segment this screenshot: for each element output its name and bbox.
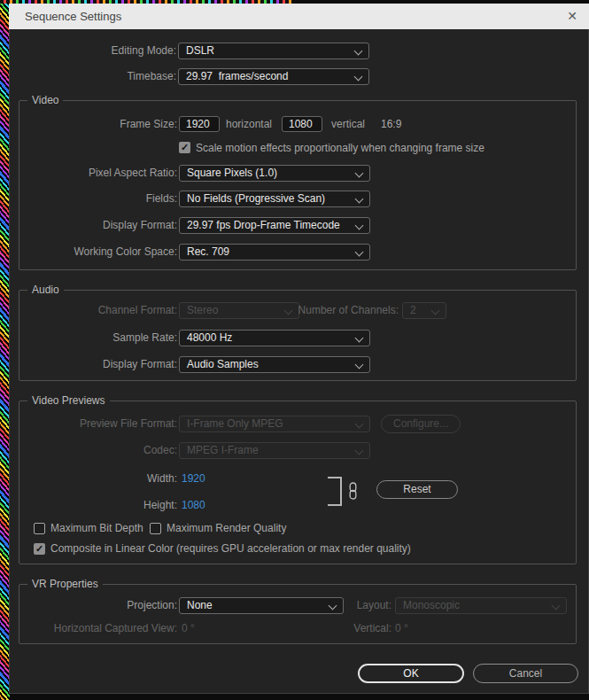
- maximum-render-quality-label: Maximum Render Quality: [167, 520, 286, 536]
- video-previews-section-label: Video Previews: [27, 394, 110, 408]
- reset-button[interactable]: Reset: [376, 480, 458, 499]
- preview-width-label: Width:: [19, 471, 177, 486]
- check-icon: ✓: [179, 142, 190, 153]
- frame-size-label: Frame Size:: [19, 116, 177, 132]
- horizontal-unit-label: horizontal: [226, 116, 272, 132]
- check-icon: ✓: [34, 543, 45, 555]
- scale-motion-checkbox[interactable]: ✓: [179, 142, 190, 153]
- fields-value: No Fields (Progressive Scan): [187, 192, 325, 206]
- chevron-down-icon: [355, 195, 364, 204]
- layout-select: Monoscopic: [395, 597, 567, 614]
- preview-height-label: Height:: [19, 497, 177, 513]
- chevron-down-icon: [354, 47, 363, 56]
- number-of-channels-label: Number of Channels:: [285, 302, 399, 318]
- horizontal-captured-view-value: 0 °: [182, 620, 195, 636]
- chevron-down-icon: [355, 248, 364, 257]
- chevron-down-icon: [355, 222, 364, 230]
- audio-group: Audio Channel Format: Stereo Number of C…: [19, 290, 577, 381]
- editing-mode-label: Editing Mode:: [10, 43, 176, 58]
- vertical-label: Vertical:: [312, 620, 391, 636]
- frame-width-input[interactable]: 1920: [179, 116, 220, 132]
- maximum-render-quality-checkbox[interactable]: [150, 523, 161, 534]
- link-bracket: [328, 477, 342, 506]
- horizontal-captured-view-label: Horizontal Captured View:: [19, 620, 177, 636]
- preview-file-format-value: I-Frame Only MPEG: [187, 417, 283, 431]
- codec-value: MPEG I-Frame: [187, 444, 259, 457]
- maximum-bit-depth-label: Maximum Bit Depth: [50, 520, 143, 536]
- fields-label: Fields:: [19, 191, 177, 206]
- chevron-down-icon: [431, 307, 440, 315]
- working-color-space-select[interactable]: Rec. 709: [179, 244, 370, 261]
- chevron-down-icon: [355, 334, 364, 343]
- ok-button[interactable]: OK: [358, 664, 464, 683]
- video-display-format-select[interactable]: 29.97 fps Drop-Frame Timecode: [179, 217, 370, 234]
- chevron-down-icon: [355, 420, 364, 429]
- chevron-down-icon: [552, 602, 561, 611]
- vr-properties-group: VR Properties Projection: None Layout: M…: [19, 584, 577, 644]
- video-previews-group: Video Previews Preview File Format: I-Fr…: [19, 401, 577, 564]
- preview-width-value[interactable]: 1920: [182, 471, 205, 486]
- preview-file-format-label: Preview File Format:: [19, 416, 177, 432]
- maximum-bit-depth-checkbox[interactable]: [34, 523, 45, 534]
- projection-label: Projection:: [19, 597, 177, 613]
- sample-rate-value: 48000 Hz: [187, 331, 232, 345]
- frame-height-input[interactable]: 1080: [282, 116, 322, 132]
- sample-rate-label: Sample Rate:: [19, 330, 177, 346]
- codec-select: MPEG I-Frame: [179, 442, 370, 459]
- link-icon[interactable]: [348, 482, 358, 503]
- dialog-titlebar[interactable]: Sequence Settings ✕: [9, 4, 589, 29]
- vr-properties-section-label: VR Properties: [27, 578, 103, 591]
- dialog-body: Editing Mode: DSLR Timebase: 29.97 frame…: [9, 29, 589, 694]
- chevron-down-icon: [355, 447, 364, 455]
- fields-select[interactable]: No Fields (Progressive Scan): [179, 191, 370, 207]
- configure-button: Configure...: [381, 415, 461, 433]
- editing-mode-value: DSLR: [186, 44, 214, 58]
- number-of-channels-select: 2: [402, 302, 446, 319]
- cancel-button[interactable]: Cancel: [473, 664, 578, 683]
- aspect-ratio-value: 16:9: [381, 116, 401, 132]
- projection-value: None: [187, 599, 213, 612]
- video-display-format-label: Display Format:: [19, 217, 177, 233]
- timebase-select[interactable]: 29.97 frames/second: [178, 68, 369, 85]
- layout-value: Monoscopic: [403, 599, 460, 612]
- codec-label: Codec:: [19, 442, 177, 458]
- composite-linear-label: Composite in Linear Color (requires GPU …: [50, 541, 411, 556]
- working-color-space-label: Working Color Space:: [19, 244, 177, 260]
- sequence-settings-dialog: Sequence Settings ✕ Editing Mode: DSLR T…: [9, 4, 589, 694]
- dialog-title: Sequence Settings: [25, 4, 121, 29]
- audio-display-format-value: Audio Samples: [187, 358, 259, 371]
- chevron-down-icon: [355, 361, 364, 369]
- vertical-value: 0 °: [395, 620, 408, 636]
- preview-height-value[interactable]: 1080: [182, 497, 205, 513]
- video-display-format-value: 29.97 fps Drop-Frame Timecode: [187, 219, 340, 232]
- video-group: Video Frame Size: 1920 horizontal 1080 v…: [19, 100, 577, 270]
- pixel-aspect-ratio-label: Pixel Aspect Ratio:: [19, 165, 177, 181]
- channel-format-label: Channel Format:: [19, 302, 177, 318]
- preview-file-format-select: I-Frame Only MPEG: [179, 416, 370, 432]
- video-section-label: Video: [27, 94, 63, 107]
- sample-rate-select[interactable]: 48000 Hz: [179, 330, 370, 346]
- channel-format-value: Stereo: [187, 304, 218, 317]
- audio-section-label: Audio: [27, 284, 64, 297]
- scale-motion-label: Scale motion effects proportionally when…: [196, 140, 484, 156]
- audio-display-format-label: Display Format:: [19, 356, 177, 372]
- timebase-label: Timebase:: [10, 68, 176, 84]
- channel-format-select: Stereo: [179, 302, 299, 319]
- working-color-space-value: Rec. 709: [187, 245, 229, 259]
- timebase-value: 29.97 frames/second: [186, 70, 288, 83]
- number-of-channels-value: 2: [410, 304, 416, 317]
- audio-display-format-select[interactable]: Audio Samples: [179, 356, 370, 373]
- editing-mode-select[interactable]: DSLR: [178, 43, 369, 59]
- chevron-down-icon: [355, 169, 364, 178]
- composite-linear-checkbox[interactable]: ✓: [34, 543, 45, 555]
- pixel-aspect-ratio-select[interactable]: Square Pixels (1.0): [179, 165, 370, 182]
- chevron-down-icon: [354, 73, 363, 82]
- pixel-aspect-ratio-value: Square Pixels (1.0): [187, 167, 277, 180]
- layout-label: Layout:: [312, 597, 391, 613]
- vertical-unit-label: vertical: [331, 116, 365, 132]
- close-icon[interactable]: ✕: [562, 4, 582, 29]
